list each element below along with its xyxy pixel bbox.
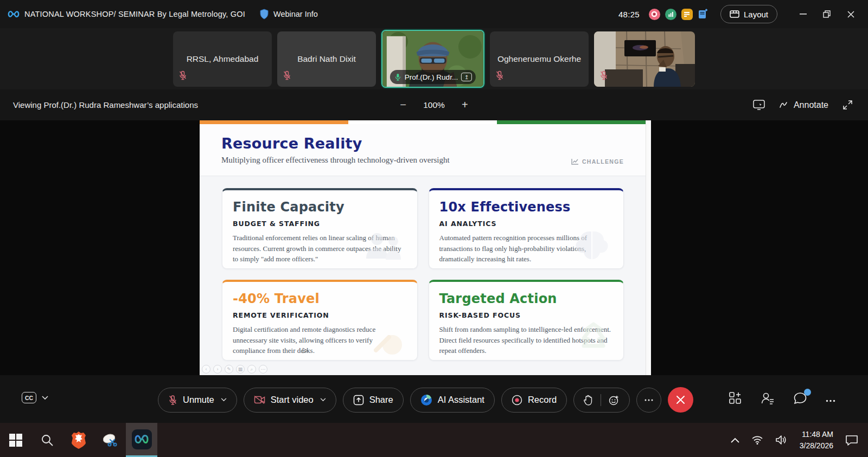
layout-button[interactable]: Layout <box>720 5 777 23</box>
video-tile[interactable]: Ogheneruemu Okerhe <box>490 31 589 87</box>
brave-browser-icon[interactable] <box>63 423 94 457</box>
chevron-down-icon[interactable] <box>221 398 227 402</box>
mic-on-icon <box>394 73 401 81</box>
annotate-button[interactable]: Annotate <box>779 100 828 110</box>
brain-watermark-icon <box>573 229 611 264</box>
card-40-travel: -40% Travel REMOTE VERIFICATION Digital … <box>222 280 418 361</box>
shared-content-stage: Resource Reality Multiplying officer eff… <box>0 120 868 375</box>
mic-muted-icon <box>168 395 177 405</box>
display-pointer-icon[interactable] <box>753 100 765 110</box>
wifi-icon[interactable] <box>751 435 763 445</box>
active-speaker-name-pill: Prof.(Dr.) Rudr... ↥ <box>390 70 476 84</box>
saffron-bar <box>200 120 348 124</box>
more-options-button[interactable] <box>636 388 661 413</box>
action-center-icon[interactable] <box>845 435 858 446</box>
leave-meeting-button[interactable] <box>668 387 693 413</box>
zoom-icon[interactable]: ⌕ <box>247 365 256 374</box>
webex-taskbar-icon[interactable] <box>126 423 157 457</box>
more-panel-button[interactable] <box>826 395 835 404</box>
pill-divider <box>601 394 601 406</box>
reactions-pill <box>573 388 630 413</box>
minimize-button[interactable] <box>791 4 815 24</box>
card-subtitle: RISK-BASED FOCUS <box>439 311 613 319</box>
windows-taskbar: 11:48 AM 3/28/2026 <box>0 423 868 457</box>
share-button[interactable]: Share <box>343 388 404 413</box>
tray-time: 11:48 AM <box>800 429 833 440</box>
record-button[interactable]: Record <box>501 388 567 413</box>
unmute-label: Unmute <box>183 395 214 405</box>
annotate-label: Annotate <box>794 100 828 110</box>
add-reaction-icon[interactable] <box>609 395 620 405</box>
card-targeted-action: Targeted Action RISK-BASED FOCUS Shift f… <box>429 280 624 361</box>
ai-assistant-button[interactable]: AI Assistant <box>410 388 495 413</box>
video-tile-active-speaker[interactable]: Prof.(Dr.) Rudr... ↥ <box>381 30 484 88</box>
layout-label: Layout <box>744 10 768 19</box>
taskbar-search-button[interactable] <box>31 423 63 457</box>
share-label: Share <box>369 395 393 405</box>
webex-meeting-window: NATIONAL WORKSHOP/ SEMINAR By Legal Metr… <box>0 0 868 457</box>
video-tile-strip: RRSL, Ahmedabad Badri Nath Dixit <box>0 28 868 89</box>
viewing-status-text: Viewing Prof.(Dr.) Rudra Rameshwar’s app… <box>13 100 198 110</box>
snipping-tool-icon[interactable] <box>94 423 126 457</box>
card-subtitle: AI ANALYTICS <box>439 220 613 228</box>
video-tile[interactable] <box>594 31 695 87</box>
raise-hand-icon[interactable] <box>584 395 593 405</box>
card-title: -40% Travel <box>233 291 406 306</box>
challenge-badge: CHALLENGE <box>571 158 624 165</box>
apps-button[interactable] <box>729 391 742 407</box>
participants-button[interactable] <box>761 391 775 407</box>
slide-header: Resource Reality Multiplying officer eff… <box>200 124 646 176</box>
close-button[interactable] <box>839 4 863 24</box>
chat-notification-icon[interactable] <box>681 9 693 20</box>
mic-muted-icon <box>283 70 291 82</box>
volume-icon[interactable] <box>775 435 788 445</box>
next-slide-icon[interactable]: › <box>213 365 222 374</box>
participant-name: Ogheneruemu Okerhe <box>497 54 581 64</box>
flag-accent-bar <box>200 120 646 124</box>
webinar-info-button[interactable]: Webinar Info <box>259 9 318 20</box>
meeting-titlebar: NATIONAL WORKSHOP/ SEMINAR By Legal Metr… <box>0 0 868 28</box>
chat-notification-dot <box>804 389 811 396</box>
chevron-down-icon[interactable] <box>320 398 326 402</box>
tray-expand-icon[interactable] <box>731 437 739 443</box>
slide-card-grid: Finite Capacity BUDGET & STAFFING Tradit… <box>200 176 646 361</box>
people-watermark-icon <box>362 230 405 264</box>
sharing-screen-icon: ↥ <box>461 73 472 81</box>
edit-icon[interactable]: ✎ <box>225 365 233 374</box>
start-video-button[interactable]: Start video <box>244 388 336 413</box>
expand-icon[interactable] <box>843 100 853 110</box>
ai-assistant-icon <box>420 394 432 406</box>
cc-icon: CC <box>22 392 36 403</box>
card-title: Finite Capacity <box>233 199 406 215</box>
content-scrollbar[interactable] <box>646 120 651 375</box>
recording-indicator-icon[interactable] <box>649 9 660 20</box>
start-button[interactable] <box>0 423 31 457</box>
slide-subtitle: Multiplying officer effectiveness throug… <box>221 156 624 165</box>
zoom-in-button[interactable]: + <box>459 99 471 111</box>
grid-view-icon[interactable]: ▦ <box>236 365 245 374</box>
webex-logo-icon <box>8 8 20 20</box>
card-title: 10x Effectiveness <box>439 199 613 215</box>
more-icon[interactable]: ⋯ <box>259 365 267 374</box>
presentation-slide: Resource Reality Multiplying officer eff… <box>200 120 646 375</box>
taskbar-clock[interactable]: 11:48 AM 3/28/2026 <box>800 429 833 451</box>
video-tile[interactable]: RRSL, Ahmedabad <box>173 31 272 87</box>
restore-button[interactable] <box>815 4 839 24</box>
tray-date: 3/28/2026 <box>800 440 833 451</box>
video-tile[interactable]: Badri Nath Dixit <box>277 31 376 87</box>
card-title: Targeted Action <box>439 291 613 306</box>
notes-add-icon[interactable] <box>698 9 709 20</box>
chat-button[interactable] <box>793 391 807 407</box>
meeting-title: NATIONAL WORKSHOP/ SEMINAR By Legal Metr… <box>24 10 245 18</box>
zoom-level[interactable]: 100% <box>423 100 445 110</box>
zoom-out-button[interactable]: − <box>397 99 409 111</box>
close-x-icon <box>676 395 685 404</box>
target-watermark-icon <box>576 322 611 356</box>
prev-slide-icon[interactable]: ‹ <box>202 365 210 374</box>
unmute-button[interactable]: Unmute <box>158 388 237 413</box>
participant-video-feed <box>594 31 695 87</box>
card-finite-capacity: Finite Capacity BUDGET & STAFFING Tradit… <box>222 188 418 269</box>
slide-mini-toolbar: ‹ › ✎ ▦ ⌕ ⋯ <box>202 365 267 374</box>
stats-indicator-icon[interactable] <box>665 9 676 20</box>
closed-captions-button[interactable]: CC <box>22 392 48 403</box>
